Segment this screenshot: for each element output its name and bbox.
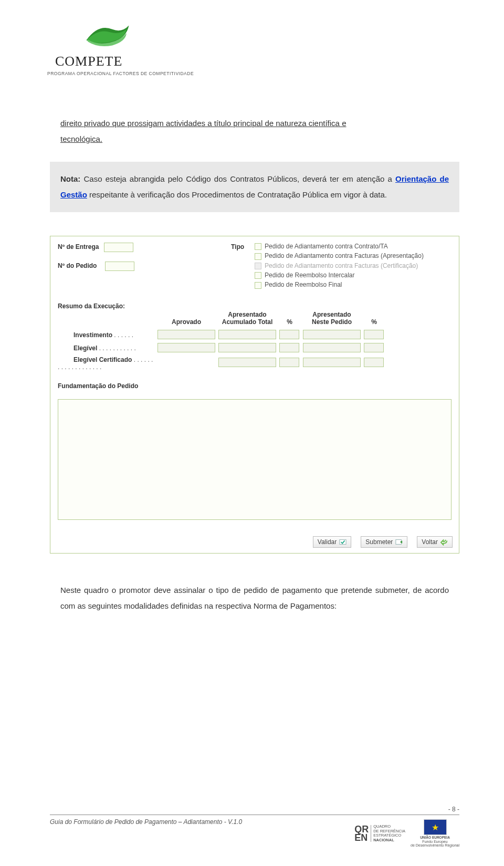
row-elegivel-cert: Elegível Certificado . . . . . . . . . .… (58, 355, 387, 372)
note-prefix: Nota: (60, 174, 80, 183)
paragraph-1: direito privado que prossigam actividade… (60, 116, 449, 147)
tipo-item-4: Pedido de Reembolso Final (255, 281, 424, 288)
label-n-entrega: Nº de Entrega (58, 243, 99, 251)
footer-right: QREN QUADRO DE REFERÊNCIA ESTRATÉGICO NA… (354, 819, 459, 848)
footer-left: Guia do Formulário de Pedido de Pagament… (50, 818, 242, 826)
row-investimento: Investimento . . . . . . (58, 329, 387, 342)
tipo-list: Pedido de Adiantamento contra Contrato/T… (255, 243, 424, 291)
note-text-1: Caso esteja abrangida pelo Código dos Co… (80, 174, 395, 183)
cell-inv-pct2 (364, 330, 384, 339)
textarea-fundamentacao[interactable] (58, 399, 452, 520)
cell-inv-neste (303, 330, 361, 339)
footer: - 8 - Guia do Formulário de Pedido de Pa… (50, 815, 459, 848)
input-n-entrega[interactable] (104, 243, 133, 252)
row-elegivel: Elegível . . . . . . . . . . . (58, 342, 387, 355)
check-icon[interactable] (255, 253, 261, 260)
tipo-item-3: Pedido de Reembolso Intercalar (255, 272, 424, 279)
input-n-pedido[interactable] (105, 262, 134, 271)
check-icon[interactable] (255, 243, 261, 250)
tipo-item-1: Pedido de Adiantamento contra Facturas (… (255, 252, 424, 259)
page-number: - 8 - (448, 806, 459, 813)
tipo-item-2: Pedido de Adiantamento contra Facturas (… (255, 262, 424, 269)
compete-flag-icon (84, 18, 131, 53)
submeter-button[interactable]: Submeter (361, 536, 407, 548)
label-n-pedido: Nº do Pedido (58, 262, 97, 269)
col-pct1: % (279, 311, 303, 329)
note-text-2: respeitante à verificação dos Procedimen… (87, 190, 387, 199)
col-pct2: % (364, 311, 387, 329)
qren-logo-icon: QREN (354, 825, 371, 842)
label-tipo: Tipo (231, 243, 244, 291)
validar-button[interactable]: Validar (313, 536, 351, 548)
paragraph-2: Neste quadro o promotor deve assinalar o… (60, 582, 449, 614)
paragraph-1b: tecnológica. (60, 134, 102, 143)
back-arrow-icon (440, 538, 448, 546)
logo-subtitle: PROGRAMA OPERACIONAL FACTORES DE COMPETI… (47, 71, 194, 76)
col-apresentado-neste: ApresentadoNeste Pedido (303, 311, 364, 329)
paragraph-1a: direito privado que prossigam actividade… (60, 119, 346, 128)
form-screenshot: Nº de Entrega Nº do Pedido Tipo Pedido d… (50, 236, 459, 554)
voltar-button[interactable]: Voltar (417, 536, 453, 548)
logo-title: COMPETE (55, 54, 194, 69)
resumo-title: Resumo da Execução: (58, 302, 452, 310)
main-content: direito privado que prossigam actividade… (60, 116, 449, 614)
cell-inv-acum (218, 330, 276, 339)
eu-badge: ★ UNIÃO EUROPEIA Fundo Europeu de Desenv… (411, 819, 459, 848)
form-send-icon (395, 538, 403, 546)
check-icon[interactable] (255, 282, 261, 289)
col-apresentado-acumulado: ApresentadoAcumulado Total (218, 311, 279, 329)
col-aprovado: Aprovado (158, 311, 218, 329)
form-buttons: Validar Submeter Voltar (313, 536, 453, 548)
form-check-icon (339, 538, 346, 546)
cell-inv-pct1 (279, 330, 299, 339)
cell-inv-aprovado (158, 330, 215, 339)
note-box: Nota: Caso esteja abrangida pelo Código … (50, 162, 459, 212)
check-icon (255, 263, 261, 269)
svg-rect-0 (340, 540, 346, 545)
label-fundamentacao: Fundamentação do Pedido (58, 382, 452, 390)
check-icon[interactable] (255, 272, 261, 279)
tipo-item-0: Pedido de Adiantamento contra Contrato/T… (255, 243, 424, 250)
header: COMPETE PROGRAMA OPERACIONAL FACTORES DE… (47, 18, 194, 76)
eu-flag-icon: ★ (424, 819, 447, 835)
